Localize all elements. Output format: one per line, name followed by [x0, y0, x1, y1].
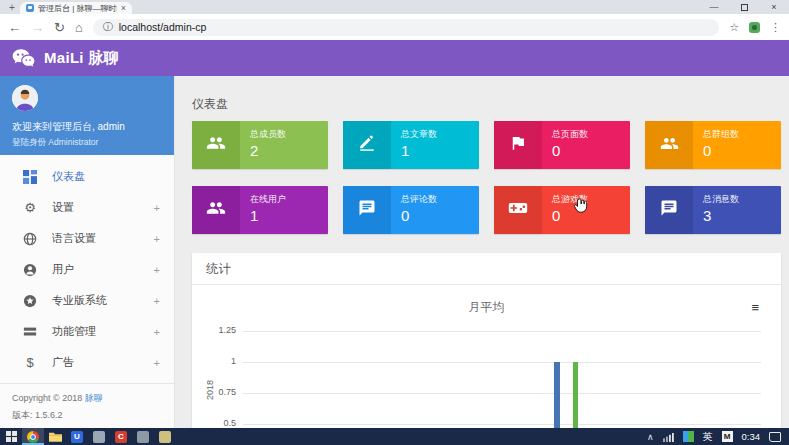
pencil-icon: [358, 134, 376, 156]
people-icon: [206, 198, 226, 222]
flag-icon: [509, 134, 527, 156]
gridline: [243, 393, 761, 394]
stat-card[interactable]: 总游戏数0: [494, 186, 630, 234]
people-icon: [206, 133, 226, 157]
taskbar-c-app-icon[interactable]: C: [110, 428, 132, 445]
expand-plus-icon[interactable]: +: [154, 326, 160, 338]
bars-icon: [22, 324, 38, 340]
extension-icon[interactable]: [749, 22, 760, 33]
expand-plus-icon[interactable]: +: [154, 264, 160, 276]
reload-icon[interactable]: ↻: [54, 21, 65, 34]
browser-tab[interactable]: 管理后台 | 脉聊—聊时间 ×: [20, 2, 132, 14]
y-axis-tick: 1.25: [192, 325, 236, 335]
people-icon: [660, 134, 679, 157]
taskbar-explorer-icon[interactable]: [44, 428, 66, 445]
user-panel: 欢迎来到管理后台, admin 登陆身份 Administrator: [0, 76, 174, 155]
card-label: 总群组数: [703, 128, 739, 141]
taskbar-clock[interactable]: 0:34: [742, 431, 761, 442]
card-value: 0: [703, 142, 739, 159]
card-icon-block: [645, 186, 693, 234]
action-center-icon[interactable]: [769, 432, 781, 442]
tray-m-icon[interactable]: M: [722, 431, 733, 442]
sidebar-item-features[interactable]: 功能管理 +: [0, 316, 174, 347]
sidebar-item-label: 广告: [52, 355, 140, 370]
card-value: 2: [250, 142, 286, 159]
taskbar-notes-app-icon[interactable]: [154, 428, 176, 445]
network-icon[interactable]: [663, 428, 674, 445]
stat-card[interactable]: 总页面数0: [494, 121, 630, 169]
sidebar-item-label: 设置: [52, 200, 140, 215]
sidebar: 欢迎来到管理后台, admin 登陆身份 Administrator 仪表盘 ⚙…: [0, 76, 175, 428]
welcome-text: 欢迎来到管理后台, admin: [12, 120, 162, 134]
sidebar-item-label: 用户: [52, 262, 140, 277]
card-icon-block: [343, 186, 391, 234]
bookmark-star-icon[interactable]: ☆: [729, 21, 739, 34]
start-button[interactable]: [0, 428, 22, 445]
tray-app-icon[interactable]: [683, 431, 694, 442]
card-label: 总消息数: [703, 193, 739, 206]
y-axis-title: 2018: [205, 380, 215, 400]
browser-toolbar: ← → ↻ ⌂ ⓘ localhost/admin-cp ☆ ⋮: [0, 14, 789, 40]
sidebar-item-label: 功能管理: [52, 324, 140, 339]
taskbar-chrome-icon[interactable]: [22, 428, 44, 445]
browser-menu-icon[interactable]: ⋮: [770, 21, 781, 34]
card-label: 在线用户: [250, 193, 286, 206]
restore-icon: [741, 4, 748, 11]
taskbar-gray-app-icon[interactable]: [132, 428, 154, 445]
card-label: 总成员数: [250, 128, 286, 141]
card-icon-block: [343, 121, 391, 169]
version-text: 版本: 1.5.6.2: [12, 409, 174, 422]
dashboard-grid-icon: [22, 169, 38, 185]
sidebar-item-settings[interactable]: ⚙ 设置 +: [0, 192, 174, 223]
taskbar-u-app-icon[interactable]: U: [66, 428, 88, 445]
back-icon[interactable]: ←: [8, 21, 21, 34]
sidebar-item-pro-system[interactable]: 专业版系统 +: [0, 285, 174, 316]
sidebar-item-ads[interactable]: $ 广告 +: [0, 347, 174, 378]
input-language-indicator[interactable]: 英: [703, 430, 713, 444]
window-close-button[interactable]: ×: [759, 0, 789, 14]
card-icon-block: [192, 121, 240, 169]
forward-icon[interactable]: →: [31, 21, 44, 34]
y-axis-tick: 0.5: [192, 418, 236, 428]
expand-plus-icon[interactable]: +: [154, 295, 160, 307]
sidebar-item-label: 专业版系统: [52, 293, 140, 308]
window-restore-button[interactable]: [729, 0, 759, 14]
sidebar-item-users[interactable]: 用户 +: [0, 254, 174, 285]
browser-tabstrip: + 管理后台 | 脉聊—聊时间 × — ×: [0, 0, 789, 14]
gridline: [243, 362, 761, 363]
expand-plus-icon[interactable]: +: [154, 357, 160, 369]
expand-plus-icon[interactable]: +: [154, 202, 160, 214]
main-content: 仪表盘 总成员数2 总文章数1 总页面数0: [175, 76, 789, 428]
window-minimize-button[interactable]: —: [699, 0, 729, 14]
url-text[interactable]: localhost/admin-cp: [119, 21, 207, 33]
tray-chevron-icon[interactable]: ∧: [647, 432, 654, 442]
tab-close-icon[interactable]: ×: [121, 3, 126, 13]
taskbar-app-icon[interactable]: [88, 428, 110, 445]
gridline: [243, 424, 761, 425]
stat-card[interactable]: 总评论数0: [343, 186, 479, 234]
gamepad-icon: [508, 198, 528, 222]
card-label: 总游戏数: [552, 193, 588, 206]
stat-card[interactable]: 总消息数3: [645, 186, 781, 234]
chart-title: 月平均: [192, 299, 781, 316]
stat-card[interactable]: 总成员数2: [192, 121, 328, 169]
stat-card[interactable]: 总群组数0: [645, 121, 781, 169]
card-value: 0: [552, 142, 588, 159]
stat-card[interactable]: 总文章数1: [343, 121, 479, 169]
brand-link[interactable]: 脉聊: [85, 393, 103, 403]
sidebar-item-language[interactable]: 语言设置 +: [0, 223, 174, 254]
stat-card[interactable]: 在线用户1: [192, 186, 328, 234]
url-bar[interactable]: ⓘ localhost/admin-cp: [93, 19, 719, 36]
star-circle-icon: [22, 293, 38, 309]
chart-export-menu-icon[interactable]: ≡: [751, 301, 759, 314]
page-info-icon[interactable]: ⓘ: [103, 20, 113, 34]
expand-plus-icon[interactable]: +: [154, 233, 160, 245]
home-icon[interactable]: ⌂: [75, 21, 83, 34]
new-tab-button[interactable]: +: [4, 2, 20, 14]
chart-bar[interactable]: [573, 362, 578, 428]
sidebar-item-dashboard[interactable]: 仪表盘: [0, 161, 174, 192]
chart-bar[interactable]: [554, 362, 560, 428]
message-icon: [660, 199, 678, 221]
comment-icon: [358, 199, 376, 221]
copyright-prefix: Copyright © 2018: [12, 393, 85, 403]
